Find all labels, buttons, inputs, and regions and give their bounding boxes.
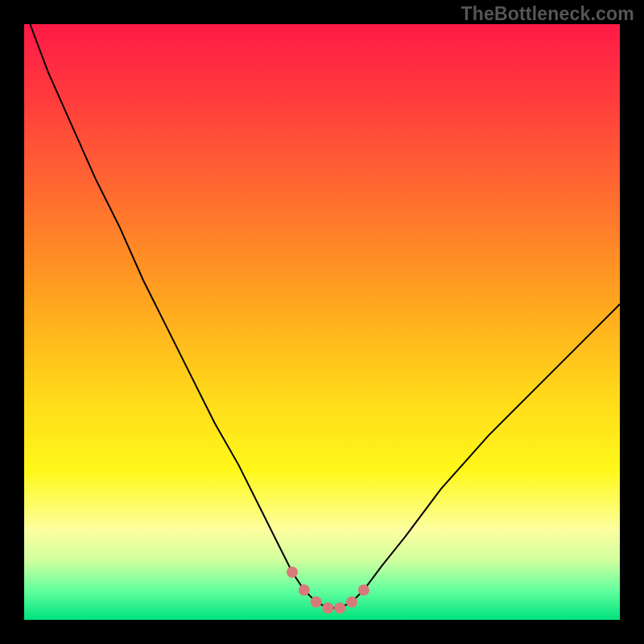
watermark-text: TheBottleneck.com — [460, 3, 634, 25]
min-dot — [322, 602, 333, 613]
min-dot — [287, 567, 298, 578]
min-dot — [311, 597, 322, 608]
dots-group — [287, 567, 369, 613]
chart-frame: TheBottleneck.com — [0, 0, 644, 644]
min-region-dots — [24, 24, 620, 620]
plot-area — [24, 24, 620, 620]
min-dot — [346, 597, 357, 608]
min-dot — [358, 584, 369, 596]
min-dot — [334, 602, 345, 613]
min-dot — [299, 584, 310, 596]
